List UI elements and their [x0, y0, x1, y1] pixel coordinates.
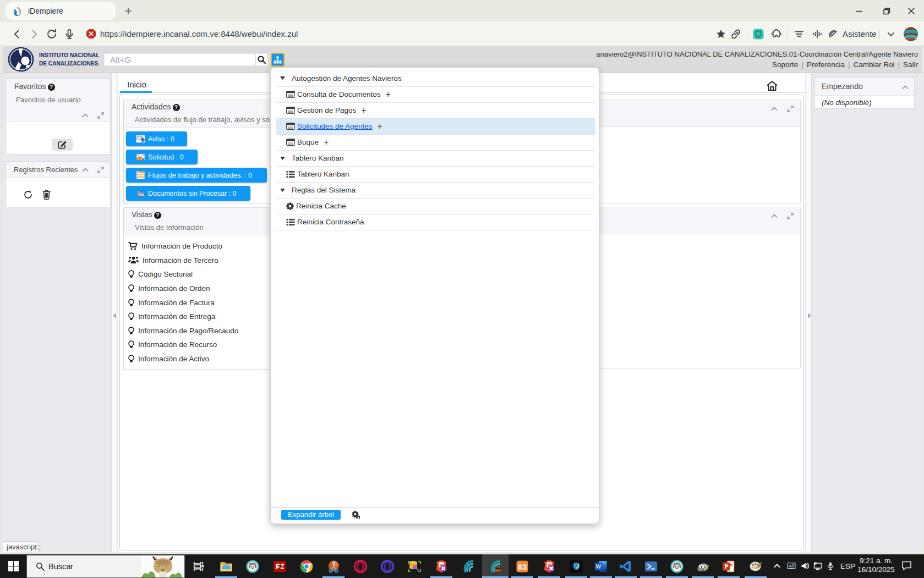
expand-icon[interactable]: [786, 212, 794, 220]
search-highlight-image[interactable]: [141, 555, 184, 577]
expand-icon[interactable]: [97, 166, 105, 174]
vista-orden[interactable]: Información de Orden: [128, 282, 210, 296]
expand-plus[interactable]: +: [324, 137, 329, 147]
window-minimize-button[interactable]: [854, 5, 865, 16]
taskbar-search-box[interactable]: Buscar: [26, 555, 185, 578]
window-restore-button[interactable]: [881, 5, 892, 16]
tray-microphone[interactable]: [826, 562, 835, 570]
taskbar-app-s-black-app[interactable]: [563, 554, 589, 578]
taskbar-app-brave-beta[interactable]: [428, 554, 455, 578]
tray-chevron-up[interactable]: [773, 562, 781, 570]
tree-item-buque[interactable]: Buque +: [276, 135, 595, 151]
link-cambiar-rol[interactable]: Cambiar Rol: [853, 60, 894, 69]
tray-volume[interactable]: [801, 562, 810, 570]
reading-list-icon[interactable]: [793, 28, 805, 40]
right-splitter[interactable]: [806, 73, 812, 552]
vista-entrega[interactable]: Información de Entrega: [128, 310, 215, 324]
tray-display[interactable]: [787, 562, 796, 570]
taskbar-app-paint[interactable]: [742, 554, 769, 578]
expand-icon[interactable]: [786, 105, 794, 113]
taskbar-app-powerpoint[interactable]: [715, 554, 742, 578]
tray-clock[interactable]: 9:21 a. m.16/10/2025: [850, 557, 903, 574]
taskbar-app-chrome[interactable]: [293, 554, 320, 578]
taskbar-app-opera-gx[interactable]: [347, 554, 374, 578]
documentos-button[interactable]: Documentos sin Procesar : 0: [126, 186, 250, 201]
taskbar-app-dog-app[interactable]: [239, 554, 266, 578]
puzzle-extension-icon[interactable]: [770, 28, 782, 40]
tree-category-reglas-sistema[interactable]: Reglas del Sistema: [276, 183, 595, 199]
global-search-input[interactable]: Alt+G: [104, 53, 255, 66]
tab-inicio[interactable]: Inicio: [127, 80, 146, 89]
taskbar-app-word[interactable]: [588, 554, 614, 578]
security-error-badge[interactable]: [86, 29, 96, 39]
tree-item-solicitudes-agentes[interactable]: Solicitudes de Agentes +: [276, 119, 595, 135]
tree-item-reinicia-contrasena[interactable]: Reinicia Contraseña: [276, 214, 595, 230]
vista-pago-recaudo[interactable]: Información de Pago/Recaudo: [128, 324, 238, 338]
back-button[interactable]: [11, 28, 23, 40]
tree-item-consulta-documentos[interactable]: Consulta de Documentos +: [276, 87, 595, 103]
tree-item-tablero-kanban[interactable]: Tablero Kanban: [276, 167, 595, 183]
link-salir[interactable]: Salir: [903, 60, 918, 69]
audio-wave-icon[interactable]: [811, 28, 823, 40]
collapse-icon[interactable]: [770, 212, 778, 220]
vista-codigo-sectorial[interactable]: Código Sectorial: [128, 267, 193, 282]
microphone-icon[interactable]: [63, 28, 75, 40]
chevron-down-icon[interactable]: [885, 28, 897, 40]
help-icon[interactable]: ?: [48, 84, 55, 91]
refresh-icon[interactable]: [23, 190, 33, 200]
link-preferencia[interactable]: Preferencia: [807, 60, 845, 69]
task-view-button[interactable]: [186, 554, 211, 578]
taskbar-app-snipping-tool[interactable]: [320, 554, 347, 578]
taskbar-app-file-explorer[interactable]: [213, 554, 239, 578]
browser-tab[interactable]: iDempiere: [6, 2, 116, 20]
start-button[interactable]: [0, 554, 26, 578]
help-icon[interactable]: ?: [173, 104, 180, 111]
url-text[interactable]: https://idempiere.incanal.com.ve:8448/we…: [100, 29, 298, 39]
collapse-icon[interactable]: [81, 112, 89, 119]
vista-producto[interactable]: Información de Producto: [128, 239, 222, 254]
aviso-button[interactable]: Aviso : 0: [126, 131, 187, 146]
left-splitter[interactable]: [111, 73, 117, 552]
menu-tree-button[interactable]: [271, 53, 285, 67]
edit-favorites-button[interactable]: [52, 139, 73, 151]
taskbar-app-powershell[interactable]: [638, 554, 664, 578]
help-icon[interactable]: ?: [154, 212, 161, 219]
home-icon[interactable]: [766, 80, 778, 91]
vista-factura[interactable]: Información de Factura: [128, 295, 215, 310]
profile-avatar[interactable]: [904, 27, 918, 41]
taskbar-app-database-tool[interactable]: [401, 554, 428, 578]
link-soporte[interactable]: Soporte: [772, 60, 798, 69]
tree-item-gestion-pagos[interactable]: Gestión de Pagos +: [276, 103, 595, 119]
taskbar-app-opera[interactable]: [374, 554, 401, 578]
tree-category-autogestion[interactable]: Autogestión de Agentes Navieros: [276, 70, 595, 87]
taskbar-app-xampp[interactable]: 83: [509, 554, 535, 578]
taskbar-app-vscode[interactable]: [613, 554, 639, 578]
solicitud-button[interactable]: Solicitud : 0: [126, 150, 198, 164]
flujos-button[interactable]: Flujos de trabajo y actividades. : 0: [126, 168, 267, 183]
taskbar-app-dog-app-2[interactable]: [664, 554, 690, 578]
gears-icon[interactable]: [351, 510, 360, 519]
forward-button[interactable]: [28, 28, 40, 40]
trash-icon[interactable]: [41, 189, 52, 200]
new-tab-button[interactable]: [123, 6, 133, 16]
tray-network-display[interactable]: [813, 562, 822, 570]
collapse-icon[interactable]: [770, 105, 778, 113]
expand-icon[interactable]: [97, 112, 105, 119]
search-button[interactable]: [255, 53, 268, 66]
vista-recurso[interactable]: Información de Recurso: [128, 338, 217, 352]
tree-category-tablero-kanban[interactable]: Tablero Kanban: [276, 151, 595, 167]
expand-plus[interactable]: +: [361, 106, 366, 115]
window-close-button[interactable]: [906, 5, 917, 16]
collapse-icon[interactable]: [901, 84, 909, 91]
vista-activo[interactable]: Información de Activo: [128, 352, 209, 366]
taskbar-app-filezilla[interactable]: [266, 554, 293, 578]
collapse-right-arrow[interactable]: [807, 312, 812, 319]
bookmark-star-icon[interactable]: [715, 28, 727, 40]
collapse-left-arrow[interactable]: [112, 312, 117, 319]
tray-notification-icon[interactable]: [901, 561, 912, 570]
tree-item-reinicia-cache[interactable]: Reinicia Cache: [276, 199, 595, 214]
expand-plus[interactable]: +: [386, 90, 391, 100]
assistant-label[interactable]: Asistente: [843, 29, 877, 40]
reload-button[interactable]: [46, 28, 58, 40]
taskbar-app-active-app-teal-basketball[interactable]: [482, 554, 509, 578]
